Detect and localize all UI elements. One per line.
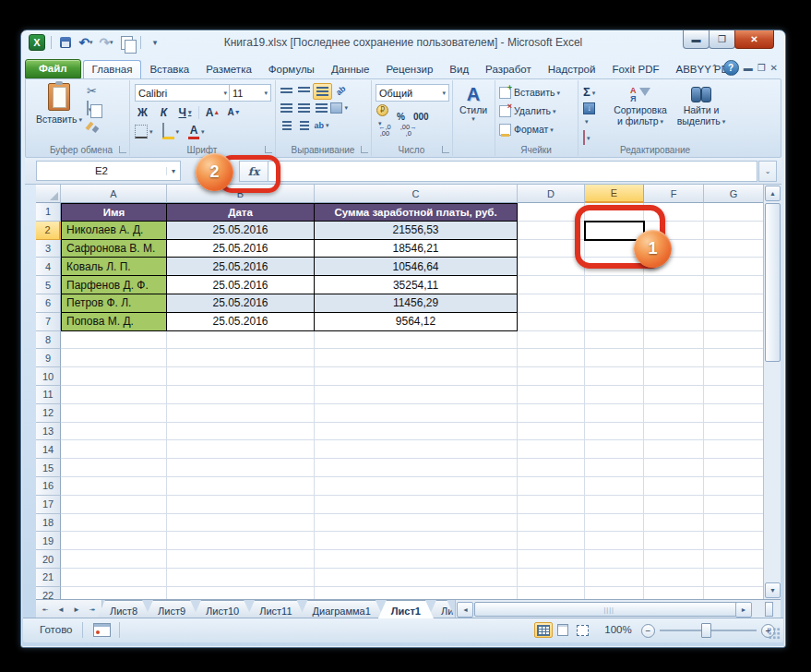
- restore-button[interactable]: ❐: [709, 30, 735, 49]
- autosum-button[interactable]: Σ: [583, 85, 595, 99]
- cell-C5[interactable]: 35254,11: [315, 276, 518, 294]
- cell-D5[interactable]: [518, 276, 585, 294]
- ribbon-tab-7[interactable]: Вид: [441, 61, 477, 78]
- cell-E13[interactable]: [585, 423, 644, 441]
- cell-E21[interactable]: [585, 569, 644, 587]
- zoom-level[interactable]: 100%: [602, 624, 634, 635]
- cell-F10[interactable]: [644, 367, 704, 386]
- row-header-22[interactable]: 22: [36, 587, 61, 599]
- bold-button[interactable]: Ж: [135, 104, 150, 120]
- row-header-11[interactable]: 11: [36, 386, 61, 404]
- cell-B21[interactable]: [167, 569, 315, 587]
- cell-C21[interactable]: [315, 569, 518, 587]
- cell-E12[interactable]: [585, 404, 644, 423]
- number-format-select[interactable]: Общий▾: [376, 84, 449, 102]
- cell-E22[interactable]: [585, 587, 644, 599]
- cell-B15[interactable]: [167, 459, 315, 477]
- cell-G21[interactable]: [704, 569, 764, 587]
- merge-center-button[interactable]: [330, 101, 348, 115]
- cell-A22[interactable]: [61, 587, 167, 599]
- row-header-13[interactable]: 13: [36, 423, 61, 441]
- paste-button[interactable]: Вставить: [38, 83, 80, 140]
- cell-F19[interactable]: [644, 532, 704, 550]
- column-header-G[interactable]: G: [704, 185, 764, 203]
- cell-C6[interactable]: 11456,29: [315, 294, 518, 313]
- cell-A20[interactable]: [61, 550, 167, 569]
- sheet-tab-1[interactable]: Лист9: [145, 600, 198, 618]
- cell-A5[interactable]: Парфенов Д. Ф.: [61, 276, 167, 294]
- cell-E11[interactable]: [585, 386, 644, 404]
- cell-B4[interactable]: 25.05.2016: [167, 258, 315, 276]
- cell-B10[interactable]: [167, 367, 315, 386]
- cell-G19[interactable]: [704, 532, 764, 550]
- row-header-4[interactable]: 4: [36, 258, 61, 276]
- format-cells-button[interactable]: Формат: [499, 121, 554, 138]
- cell-F11[interactable]: [644, 386, 704, 404]
- horizontal-scroll-thumb[interactable]: ||||: [474, 602, 744, 617]
- cell-A8[interactable]: [61, 331, 167, 350]
- cell-F5[interactable]: [644, 276, 704, 294]
- cell-B13[interactable]: [167, 423, 315, 441]
- cell-D18[interactable]: [518, 514, 585, 533]
- cell-C16[interactable]: [315, 477, 518, 496]
- fill-color-button[interactable]: [162, 124, 180, 139]
- font-color-button[interactable]: А: [188, 124, 205, 139]
- tab-split-handle[interactable]: [765, 602, 773, 617]
- sheet-tab-3[interactable]: Лист11: [246, 600, 304, 618]
- cell-E18[interactable]: [585, 514, 644, 533]
- cell-E17[interactable]: [585, 496, 644, 514]
- cell-D15[interactable]: [518, 459, 585, 477]
- decrease-indent-button[interactable]: [278, 118, 295, 133]
- sheet-tab-0[interactable]: Лист8: [97, 600, 150, 618]
- vertical-scroll-thumb[interactable]: [765, 203, 781, 362]
- cell-D20[interactable]: [518, 550, 585, 569]
- row-header-1[interactable]: 1: [36, 203, 61, 222]
- column-header-A[interactable]: A: [61, 185, 167, 203]
- column-header-D[interactable]: D: [518, 185, 585, 203]
- sheet-tab-2[interactable]: Лист10: [193, 600, 252, 618]
- dialog-launcher-icon[interactable]: [265, 146, 272, 153]
- cell-G15[interactable]: [704, 459, 764, 477]
- name-box-dropdown-icon[interactable]: ▾: [166, 167, 180, 175]
- row-header-21[interactable]: 21: [36, 569, 61, 587]
- cell-D17[interactable]: [518, 496, 585, 514]
- cell-B5[interactable]: 25.05.2016: [167, 276, 315, 294]
- cell-B17[interactable]: [167, 496, 315, 514]
- cell-A4[interactable]: Коваль Л. П.: [61, 258, 167, 276]
- select-all-corner[interactable]: [36, 185, 61, 203]
- comma-style-button[interactable]: 000: [413, 112, 429, 122]
- cell-C7[interactable]: 9564,12: [315, 313, 518, 331]
- cell-E14[interactable]: [585, 440, 644, 459]
- insert-cells-button[interactable]: Вставить: [499, 84, 560, 101]
- ribbon-tab-0[interactable]: Файл: [25, 59, 81, 78]
- cell-G1[interactable]: [704, 203, 764, 222]
- cell-C20[interactable]: [315, 550, 518, 569]
- cell-D19[interactable]: [518, 532, 585, 550]
- cell-F6[interactable]: [644, 294, 704, 313]
- workbook-close-icon[interactable]: ✕: [770, 63, 778, 73]
- cell-G18[interactable]: [704, 514, 764, 533]
- cell-A14[interactable]: [61, 440, 167, 459]
- formula-input[interactable]: [268, 161, 757, 182]
- italic-button[interactable]: К: [156, 104, 172, 120]
- cell-C17[interactable]: [315, 496, 518, 514]
- cell-C10[interactable]: [315, 367, 518, 386]
- zoom-slider-thumb[interactable]: [701, 623, 711, 638]
- cell-D22[interactable]: [518, 587, 585, 599]
- row-header-6[interactable]: 6: [36, 294, 61, 313]
- cell-G6[interactable]: [704, 294, 764, 313]
- cell-B8[interactable]: [167, 331, 315, 350]
- cell-A10[interactable]: [61, 367, 167, 386]
- scroll-down-icon[interactable]: ▼: [765, 582, 781, 598]
- percent-button[interactable]: %: [397, 112, 405, 122]
- prev-sheet-icon[interactable]: ◄: [54, 603, 68, 617]
- cell-B12[interactable]: [167, 404, 315, 423]
- sheet-tab-4[interactable]: Диаграмма1: [300, 600, 384, 618]
- cell-F13[interactable]: [644, 423, 704, 441]
- row-header-14[interactable]: 14: [36, 440, 61, 459]
- cell-D14[interactable]: [518, 440, 585, 459]
- cell-A18[interactable]: [61, 514, 167, 533]
- last-sheet-icon[interactable]: ⯮: [85, 603, 100, 617]
- cell-F17[interactable]: [644, 496, 704, 514]
- cell-A12[interactable]: [61, 404, 167, 423]
